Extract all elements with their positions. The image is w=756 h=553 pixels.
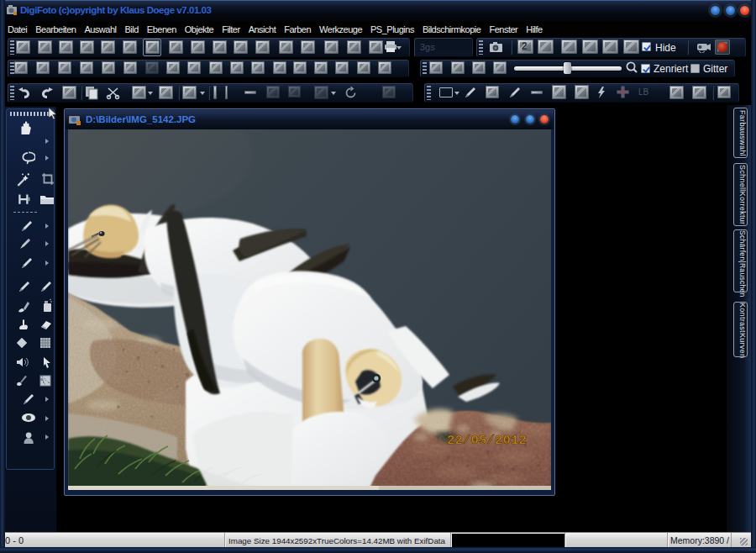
- svg-text:22/05/2012: 22/05/2012: [447, 433, 527, 448]
